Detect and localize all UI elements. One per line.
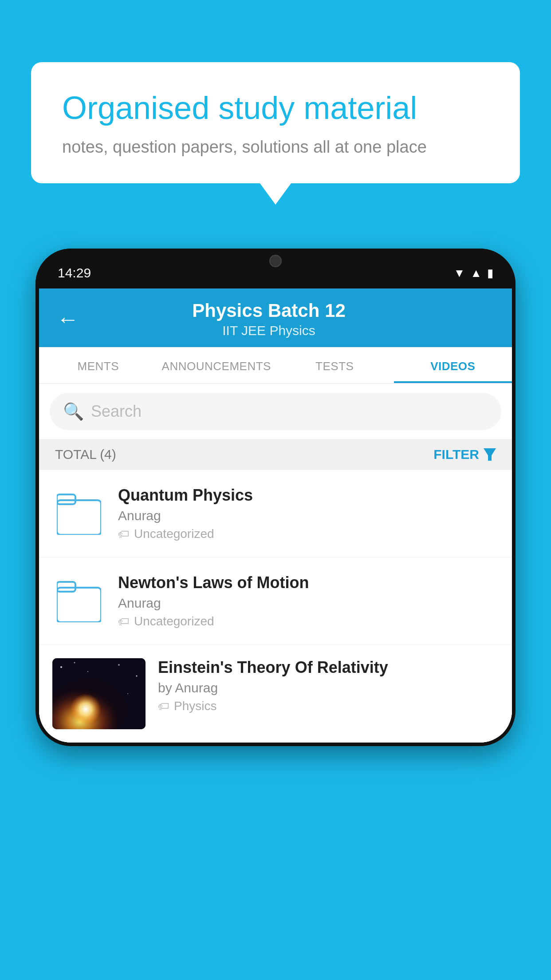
video-tag-3: 🏷 Physics bbox=[158, 699, 499, 713]
svg-point-7 bbox=[74, 662, 75, 664]
filter-icon bbox=[484, 448, 496, 461]
folder-thumbnail-1 bbox=[52, 489, 106, 538]
svg-marker-0 bbox=[484, 448, 496, 461]
video-title-1: Quantum Physics bbox=[118, 486, 499, 505]
video-tag-2: 🏷 Uncategorized bbox=[118, 614, 499, 628]
video-info-2: Newton's Laws of Motion Anurag 🏷 Uncateg… bbox=[118, 573, 499, 628]
video-author-3: by Anurag bbox=[158, 680, 499, 695]
app-header: ← Physics Batch 12 IIT JEE Physics bbox=[39, 288, 512, 347]
status-time: 14:29 bbox=[58, 265, 91, 281]
folder-thumbnail-2 bbox=[52, 577, 106, 625]
video-thumbnail-3 bbox=[52, 658, 146, 729]
tag-icon: 🏷 bbox=[118, 615, 130, 628]
phone-wrapper: 14:29 ▼ ▲ ▮ ← Physics Batch 12 IIT JEE P… bbox=[35, 249, 516, 980]
search-bar-container: 🔍 Search bbox=[39, 384, 512, 439]
filter-button[interactable]: FILTER bbox=[433, 447, 496, 462]
video-author-2: Anurag bbox=[118, 596, 499, 611]
tag-icon: 🏷 bbox=[118, 527, 130, 541]
header-title-area: Physics Batch 12 IIT JEE Physics bbox=[92, 300, 445, 338]
video-info-3: Einstein's Theory Of Relativity by Anura… bbox=[158, 658, 499, 713]
list-item[interactable]: Einstein's Theory Of Relativity by Anura… bbox=[39, 645, 512, 743]
phone-notch bbox=[240, 249, 311, 273]
speech-bubble: Organised study material notes, question… bbox=[31, 62, 520, 183]
video-title-3: Einstein's Theory Of Relativity bbox=[158, 658, 499, 677]
folder-svg bbox=[57, 492, 101, 535]
wifi-icon: ▼ bbox=[454, 266, 465, 280]
svg-point-11 bbox=[127, 693, 128, 694]
svg-rect-3 bbox=[57, 588, 101, 622]
battery-icon: ▮ bbox=[487, 266, 493, 280]
folder-icon bbox=[57, 492, 101, 535]
svg-point-9 bbox=[118, 664, 120, 666]
search-bar[interactable]: 🔍 Search bbox=[50, 393, 501, 430]
tab-announcements[interactable]: ANNOUNCEMENTS bbox=[157, 347, 276, 383]
total-count: TOTAL (4) bbox=[55, 447, 116, 462]
speech-bubble-area: Organised study material notes, question… bbox=[31, 62, 520, 183]
list-item[interactable]: Newton's Laws of Motion Anurag 🏷 Uncateg… bbox=[39, 557, 512, 645]
tab-ments[interactable]: MENTS bbox=[39, 347, 157, 383]
folder-svg bbox=[57, 580, 101, 622]
list-item[interactable]: Quantum Physics Anurag 🏷 Uncategorized bbox=[39, 470, 512, 557]
search-placeholder: Search bbox=[91, 402, 142, 421]
folder-icon bbox=[57, 580, 101, 622]
video-list: Quantum Physics Anurag 🏷 Uncategorized bbox=[39, 470, 512, 743]
svg-point-10 bbox=[136, 676, 138, 677]
status-icons: ▼ ▲ ▮ bbox=[454, 266, 493, 280]
svg-point-13 bbox=[70, 694, 101, 725]
signal-icon: ▲ bbox=[470, 266, 482, 280]
phone: 14:29 ▼ ▲ ▮ ← Physics Batch 12 IIT JEE P… bbox=[35, 249, 516, 746]
back-button[interactable]: ← bbox=[57, 306, 79, 332]
svg-point-8 bbox=[87, 671, 88, 672]
search-icon: 🔍 bbox=[63, 402, 84, 421]
phone-screen: ← Physics Batch 12 IIT JEE Physics MENTS… bbox=[39, 288, 512, 743]
svg-rect-1 bbox=[57, 500, 101, 535]
video-title-2: Newton's Laws of Motion bbox=[118, 573, 499, 592]
tag-icon: 🏷 bbox=[158, 699, 169, 713]
header-subtitle: IIT JEE Physics bbox=[92, 323, 445, 338]
speech-bubble-subtitle: notes, question papers, solutions all at… bbox=[62, 138, 489, 157]
thumbnail-svg bbox=[52, 658, 146, 729]
video-tag-1: 🏷 Uncategorized bbox=[118, 527, 499, 541]
tab-tests[interactable]: TESTS bbox=[276, 347, 394, 383]
svg-point-6 bbox=[60, 666, 62, 668]
video-author-1: Anurag bbox=[118, 508, 499, 523]
filter-bar: TOTAL (4) FILTER bbox=[39, 439, 512, 470]
speech-bubble-title: Organised study material bbox=[62, 89, 489, 127]
tab-videos[interactable]: VIDEOS bbox=[394, 347, 512, 383]
header-title: Physics Batch 12 bbox=[92, 300, 445, 321]
tabs: MENTS ANNOUNCEMENTS TESTS VIDEOS bbox=[39, 347, 512, 384]
status-bar: 14:29 ▼ ▲ ▮ bbox=[35, 249, 516, 288]
filter-label: FILTER bbox=[433, 447, 479, 462]
phone-camera bbox=[269, 255, 282, 267]
video-info-1: Quantum Physics Anurag 🏷 Uncategorized bbox=[118, 486, 499, 541]
